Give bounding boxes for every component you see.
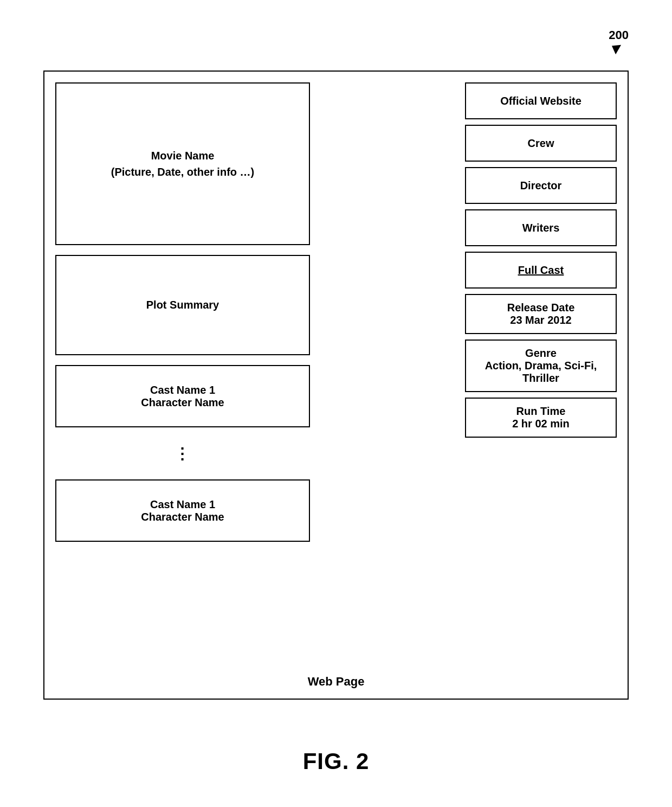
release-date-label: Release Date (507, 302, 575, 314)
director-box[interactable]: Director (465, 167, 617, 204)
cast2-name: Cast Name 1 (141, 498, 224, 511)
dots-separator: ⋮ (55, 437, 310, 470)
official-website-box[interactable]: Official Website (465, 82, 617, 119)
cast1-box: Cast Name 1 Character Name (55, 365, 310, 427)
plot-summary-box: Plot Summary (55, 255, 310, 355)
run-time-box: Run Time 2 hr 02 min (465, 398, 617, 438)
reference-number: 200 (609, 28, 629, 42)
movie-info-box: Movie Name (Picture, Date, other info …) (55, 82, 310, 245)
cast1-character: Character Name (141, 396, 224, 409)
plot-summary-label: Plot Summary (146, 299, 219, 311)
cast2-box: Cast Name 1 Character Name (55, 479, 310, 542)
figure-label: FIG. 2 (303, 748, 370, 774)
cast1-text: Cast Name 1 Character Name (141, 384, 224, 409)
genre-content: Genre Action, Drama, Sci-Fi, Thriller (475, 347, 607, 385)
director-label: Director (520, 180, 562, 192)
dots-icon: ⋮ (175, 445, 191, 463)
run-time-label: Run Time (512, 405, 570, 418)
right-column: Official Website Crew Director Writers F… (465, 82, 617, 438)
movie-name-line2: (Picture, Date, other info …) (111, 164, 254, 180)
diagram-box: Movie Name (Picture, Date, other info …)… (43, 71, 629, 700)
run-time-value: 2 hr 02 min (512, 418, 570, 430)
cast2-character: Character Name (141, 511, 224, 523)
crew-box[interactable]: Crew (465, 125, 617, 162)
movie-info-text: Movie Name (Picture, Date, other info …) (111, 148, 254, 180)
movie-name-line1: Movie Name (111, 148, 254, 164)
writers-box[interactable]: Writers (465, 209, 617, 246)
crew-label: Crew (528, 137, 554, 150)
cast2-text: Cast Name 1 Character Name (141, 498, 224, 523)
genre-value: Action, Drama, Sci-Fi, Thriller (475, 360, 607, 385)
left-column: Movie Name (Picture, Date, other info …)… (55, 82, 310, 666)
cast1-name: Cast Name 1 (141, 384, 224, 396)
release-date-content: Release Date 23 Mar 2012 (507, 302, 575, 326)
release-date-box: Release Date 23 Mar 2012 (465, 294, 617, 334)
release-date-value: 23 Mar 2012 (507, 314, 575, 326)
ref-arrow (609, 41, 621, 54)
full-cast-label: Full Cast (518, 264, 564, 277)
writers-label: Writers (522, 222, 560, 234)
run-time-content: Run Time 2 hr 02 min (512, 405, 570, 430)
genre-label: Genre (475, 347, 607, 360)
official-website-label: Official Website (500, 95, 581, 107)
full-cast-box[interactable]: Full Cast (465, 252, 617, 289)
genre-box: Genre Action, Drama, Sci-Fi, Thriller (465, 340, 617, 392)
web-page-label: Web Page (44, 675, 628, 689)
